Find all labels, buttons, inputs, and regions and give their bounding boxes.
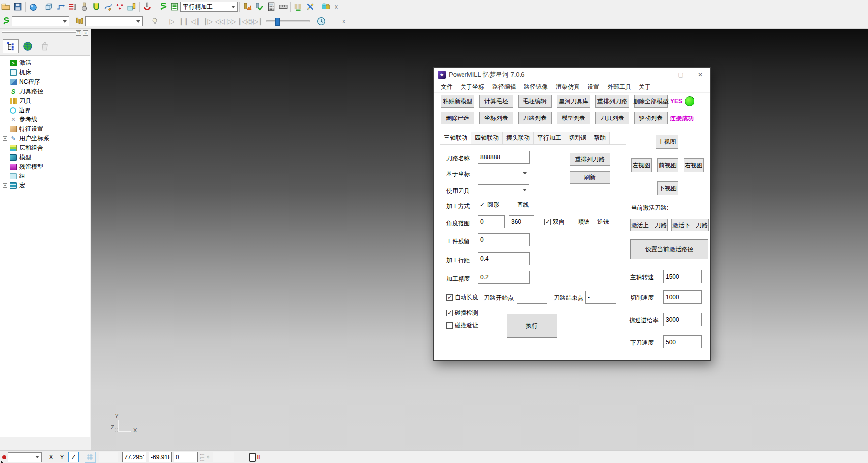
cutting-speed-input[interactable] (663, 290, 702, 304)
action-button[interactable]: 星河刀具库 (557, 95, 590, 108)
action-button[interactable]: 坐标列表 (479, 112, 513, 124)
dialog-tab[interactable]: 切割锯 (565, 132, 590, 145)
coordinate-y-field[interactable] (149, 452, 172, 462)
close-panel-icon[interactable]: × (83, 30, 88, 36)
action-button[interactable]: 驱动列表 (634, 112, 668, 124)
checkbox-icon[interactable] (570, 219, 576, 225)
angle-to-input[interactable] (509, 215, 534, 228)
float-panel-icon[interactable]: ❐ (76, 30, 81, 36)
fast-forward-icon[interactable]: ▷▷ (225, 17, 237, 25)
tree-item[interactable]: + 宏 (2, 181, 90, 190)
leads-links-icon[interactable] (66, 1, 78, 13)
ball-tool-icon[interactable] (78, 1, 90, 13)
checkbox-icon[interactable] (544, 219, 551, 225)
checkbox-icon[interactable] (509, 202, 515, 208)
axis-z-button[interactable]: Z (68, 452, 79, 462)
menu-item[interactable]: 关于 (635, 83, 655, 91)
base-coord-combobox[interactable] (478, 168, 529, 178)
ruler-icon[interactable] (277, 1, 289, 13)
view-left-button[interactable]: 左视图 (631, 158, 652, 172)
curve-editor-icon[interactable] (102, 1, 114, 13)
tree-item[interactable]: + 残留模型 (2, 162, 90, 172)
sim-toolpath-combobox[interactable] (12, 16, 69, 26)
action-button[interactable]: 删除全部模型 (634, 95, 668, 108)
action-button[interactable]: 刀路列表 (518, 112, 552, 124)
stepover-input[interactable] (478, 252, 530, 265)
conventional-mill-checkbox[interactable]: 逆铣 (589, 218, 609, 226)
linear-checkbox[interactable]: 直线 (509, 201, 529, 209)
save-icon[interactable] (12, 1, 24, 13)
end-point-input[interactable] (585, 291, 616, 304)
panel-drag-handle[interactable]: ❐ × (0, 29, 90, 37)
cross-arrows-icon[interactable] (304, 1, 316, 13)
tree-item[interactable]: + 特征设置 (2, 124, 90, 134)
close-button[interactable]: ✕ (691, 68, 710, 82)
stock-input[interactable] (478, 233, 530, 246)
action-button[interactable]: 重排列刀路 (595, 95, 629, 108)
cylinders-icon[interactable] (320, 1, 332, 13)
plunge-speed-input[interactable] (663, 335, 702, 348)
tool-block-icon[interactable] (126, 1, 138, 13)
maximize-button[interactable]: ▢ (671, 68, 691, 82)
collision-check-checkbox[interactable]: 碰撞检测 (446, 309, 478, 317)
clock-icon[interactable] (315, 15, 327, 27)
checkbox-icon[interactable] (589, 219, 595, 225)
tree-item[interactable]: + 刀具 (2, 96, 90, 106)
menu-item[interactable]: 渲染仿真 (552, 83, 583, 91)
tree-item[interactable]: + 激活 (2, 58, 90, 68)
expand-icon[interactable]: + (3, 136, 7, 141)
lightbulb-icon[interactable] (149, 15, 161, 27)
go-to-end-icon[interactable]: ▷▷❙ (249, 17, 261, 25)
axis-x-button[interactable]: X (46, 452, 56, 462)
action-button[interactable]: 计算毛坯 (479, 95, 513, 108)
toolpath-name-input[interactable] (478, 151, 530, 164)
action-button[interactable]: 删除已选 (441, 112, 474, 124)
simulate-tool-icon[interactable] (141, 1, 153, 13)
tree-item[interactable]: + 边界 (2, 106, 90, 115)
checkbox-icon[interactable] (446, 322, 453, 329)
tree-item[interactable]: + 层和组合 (2, 143, 90, 153)
strategy-list-icon[interactable] (169, 1, 180, 13)
play-icon[interactable]: ▷ (166, 17, 177, 25)
record-dot-icon[interactable] (2, 455, 6, 459)
simulation-speed-slider[interactable] (266, 20, 310, 22)
u-channel-icon[interactable] (90, 1, 102, 13)
step-back-icon[interactable]: ◁❙ (189, 17, 201, 25)
step-forward-icon[interactable]: ❙▷ (201, 17, 213, 25)
tolerance-input[interactable] (478, 271, 530, 284)
rearrange-toolpath-button[interactable]: 重排列刀路 (570, 153, 610, 166)
angle-from-input[interactable] (478, 215, 505, 228)
tree-item[interactable]: + 机床 (2, 68, 90, 77)
activate-prev-toolpath-button[interactable]: 激活上一刀路 (630, 219, 668, 232)
dialog-titlebar[interactable]: ★ PowerMILL 忆梦星河 7.0.6 — ▢ ✕ (434, 68, 710, 82)
rewind-icon[interactable]: ◁◁ (213, 17, 225, 25)
tree-item[interactable]: + 组 (2, 172, 90, 181)
block-icon[interactable] (43, 1, 55, 13)
checkbox-icon[interactable] (446, 294, 453, 301)
tree-item[interactable]: + NC程序 (2, 77, 90, 87)
calculator-icon[interactable] (265, 1, 277, 13)
coordinate-x-field[interactable] (122, 452, 146, 462)
close-toolbar-icon[interactable]: x (339, 18, 348, 25)
checkbox-icon[interactable] (479, 202, 485, 208)
climb-mill-checkbox[interactable]: 顺铣 (570, 218, 590, 226)
axis-y-button[interactable]: Y (57, 452, 67, 462)
dialog-tab[interactable]: 摆头联动 (503, 132, 534, 145)
go-to-start-icon[interactable]: ❙◁◁ (237, 17, 249, 25)
refresh-button[interactable]: 刷新 (570, 171, 610, 184)
tools-icon[interactable] (73, 15, 85, 27)
bidirectional-checkbox[interactable]: 双向 (544, 218, 565, 226)
circular-checkbox[interactable]: 圆形 (479, 201, 499, 209)
view-front-button[interactable]: 前视图 (657, 158, 678, 172)
open-file-icon[interactable] (0, 1, 12, 13)
sim-tool-combobox[interactable] (85, 16, 143, 26)
shaded-sphere-icon[interactable] (27, 1, 39, 13)
tree-item[interactable]: + 刀具路径 (2, 87, 90, 96)
checkbox-icon[interactable] (446, 310, 453, 316)
tree-view-icon[interactable] (3, 39, 19, 53)
action-button[interactable]: 粘贴新模型 (441, 95, 474, 108)
dialog-tab[interactable]: 平行加工 (534, 132, 565, 145)
view-right-button[interactable]: 右视图 (684, 158, 704, 172)
execute-button[interactable]: 执行 (507, 314, 557, 338)
collision-avoid-checkbox[interactable]: 碰撞避让 (446, 321, 478, 330)
